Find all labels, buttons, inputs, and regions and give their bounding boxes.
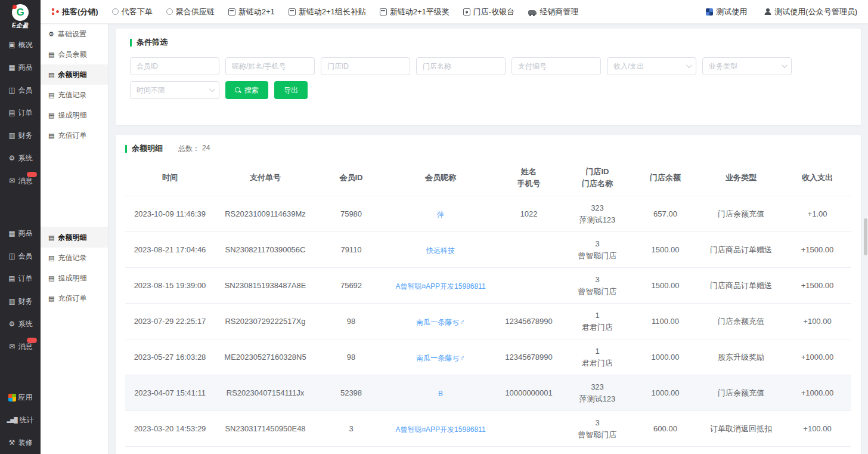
sidebar-item[interactable]: ✉ 消息 (0, 335, 41, 358)
topnav-item[interactable]: 聚合供应链 (166, 7, 215, 17)
store-name: 萍测试123 (579, 214, 616, 226)
topnav-account-label: 测试使用(公众号管理员) (774, 7, 857, 17)
sidebar-item[interactable]: ◫ 会员 (0, 79, 41, 101)
export-button[interactable]: 导出 (274, 81, 308, 99)
scrollbar-thumb[interactable] (864, 218, 867, 255)
sidebar-item[interactable]: ◫ 会员 (0, 245, 41, 267)
topnav-right: 测试使用 测试使用(公众号管理员) (706, 7, 857, 17)
unread-badge (27, 172, 37, 177)
filter-row-1: 收入/支出 业务类型 (130, 57, 847, 75)
filter-input[interactable] (416, 57, 506, 75)
sidebar-item[interactable]: 应用 (0, 386, 41, 409)
topnav-account-item[interactable]: 测试使用(公众号管理员) (764, 7, 857, 17)
submenu-item[interactable]: ▤ 会员余额 (41, 44, 108, 64)
cell-biz-type: 门店余额充值 (699, 387, 783, 399)
topnav-item[interactable]: 新链动2+1组长补贴 (289, 7, 366, 17)
submenu-item-label: 充值订单 (58, 131, 86, 141)
sidebar-item[interactable]: ⚙ 系统 (0, 147, 41, 169)
table-row: 2023-03-20 14:53:29 SN2303171450950E48 3… (125, 411, 851, 447)
cell-member-id: 3 (316, 423, 386, 435)
time-range-select[interactable]: 时间不限 (130, 81, 219, 99)
submenu-item[interactable]: ▤ 充值记录 (41, 85, 108, 105)
store-id: 1 (595, 345, 599, 357)
topnav-item[interactable]: 经销商管理 (528, 7, 578, 17)
table-header-cell: 时间 (125, 172, 215, 184)
sidebar-item[interactable]: ▦ 商品 (0, 222, 41, 245)
topnav-item[interactable]: 推客(分销) (51, 7, 98, 17)
submenu-item[interactable]: ▤ 充值记录 (41, 248, 108, 268)
cell-nickname: A曾智聪¤APP开发15986811 (386, 280, 495, 292)
submenu-item-label: 充值记录 (58, 90, 86, 100)
search-button[interactable]: 搜索 (225, 81, 268, 99)
cell-member-id: 52398 (316, 387, 386, 399)
submenu-item-label: 充值订单 (58, 294, 86, 304)
filter-select[interactable]: 收入/支出 (607, 57, 696, 75)
sidebar-item-label: 商品 (18, 228, 33, 239)
cell-member-id: 79110 (316, 244, 386, 256)
table-header-cell: 业务类型 (699, 172, 783, 184)
submenu-item[interactable]: ▤ 提成明细 (41, 105, 108, 125)
topnav-item[interactable]: 门店-收银台 (463, 7, 514, 17)
filter-input[interactable] (130, 57, 219, 75)
sidebar-item[interactable]: ▥ 财务 (0, 290, 41, 313)
table-row: 2023-04-07 15:41:11 RS20230407154111Jx 5… (125, 375, 851, 411)
app-root: G E企盈 ▣ 概况 ▦ 商品 ◫ 会员 (0, 0, 868, 454)
topnav-item[interactable]: 新链动2+1 (228, 7, 275, 17)
member-nickname-link[interactable]: A曾智聪¤APP开发15986811 (395, 424, 485, 435)
cell-time: 2023-05-27 16:03:28 (125, 351, 215, 363)
table-header-cell: 门店ID 门店名称 (563, 166, 632, 190)
topnav-item-label: 门店-收银台 (473, 7, 514, 17)
submenu-item-label: 充值记录 (58, 253, 86, 263)
submenu-item[interactable]: ▤ 余额明细 (41, 64, 108, 85)
topnav-item[interactable]: 新链动2+1平级奖 (380, 7, 450, 17)
member-nickname-link[interactable]: A曾智聪¤APP开发15986811 (395, 281, 485, 292)
cell-nickname: 南瓜一条藤ぢ♂ (386, 351, 495, 363)
sidebar-item-icon (8, 394, 16, 402)
cell-amount: +1000.00 (783, 351, 851, 363)
submenu-item[interactable]: ⚙ 基础设置 (41, 24, 108, 44)
store-id: 3 (595, 238, 599, 250)
filter-input[interactable] (321, 57, 410, 75)
topnav-item[interactable]: 代客下单 (112, 7, 153, 17)
submenu-item-label: 提成明细 (58, 273, 86, 283)
sidebar-item[interactable]: ✉ 消息 (0, 169, 41, 192)
filter-select-value: 收入/支出 (613, 61, 644, 72)
sidebar-item[interactable]: ▦ 商品 (0, 56, 41, 79)
sidebar-item[interactable]: ▣ 概况 (0, 33, 41, 56)
secondary-sidebar: ⚙ 基础设置 ▤ 会员余额 ▤ 余额明细 (41, 24, 108, 454)
member-nickname-link[interactable]: 萍 (437, 209, 444, 220)
filter-select[interactable]: 业务类型 (702, 57, 792, 75)
topnav-item-label: 新链动2+1组长补贴 (299, 7, 366, 17)
submenu-item-icon: ▤ (48, 295, 54, 302)
sidebar-item[interactable]: ▥ 财务 (0, 124, 41, 147)
cell-amount: +1500.00 (783, 280, 851, 292)
member-nickname-link[interactable]: B (438, 388, 443, 399)
filter-input[interactable] (512, 57, 601, 75)
member-nickname-link[interactable]: 南瓜一条藤ぢ♂ (416, 353, 464, 363)
sidebar-item-label: 装修 (18, 438, 33, 448)
header-line-1: 会员ID (340, 172, 363, 184)
sidebar-item[interactable]: ▤ 订单 (0, 101, 41, 124)
header-line-2: 手机号 (517, 178, 541, 190)
submenu-item[interactable]: ▤ 充值订单 (41, 288, 108, 308)
topnav-account-item[interactable]: 测试使用 (706, 7, 747, 17)
member-nickname-link[interactable]: 南瓜一条藤ぢ♂ (416, 317, 464, 328)
topnav-item-icon (463, 8, 470, 16)
sidebar-item-label: 概况 (18, 40, 33, 50)
unread-badge (27, 338, 37, 343)
submenu-item-icon: ▤ (48, 72, 54, 78)
sidebar-item-label: 会员 (18, 85, 33, 95)
sidebar-item[interactable]: ⚒ 装修 (0, 431, 41, 454)
submenu-item[interactable]: ▤ 充值订单 (41, 125, 108, 146)
sidebar-item[interactable]: ▤ 订单 (0, 267, 41, 290)
filter-input[interactable] (225, 57, 315, 75)
topnav-item-icon (51, 8, 59, 16)
submenu-item[interactable]: ▤ 余额明细 (41, 227, 108, 248)
submenu-item[interactable]: ▤ 提成明细 (41, 268, 108, 288)
cell-time: 2023-08-15 19:39:00 (125, 280, 215, 292)
member-nickname-link[interactable]: 快远科技 (426, 245, 455, 256)
sidebar-item[interactable]: ▂▅█ 统计 (0, 409, 41, 431)
submenu-item-icon: ▤ (48, 92, 54, 98)
sidebar-item-icon: ◫ (8, 87, 16, 94)
sidebar-item[interactable]: ⚙ 系统 (0, 313, 41, 335)
